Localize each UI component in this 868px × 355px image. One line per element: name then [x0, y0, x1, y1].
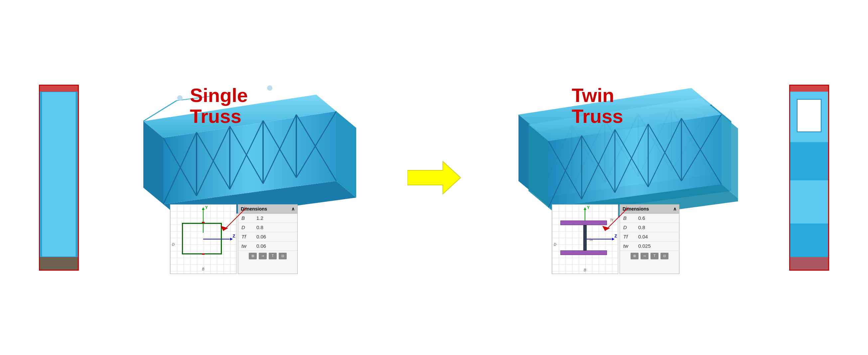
twin-label-line1: Twin	[572, 84, 614, 106]
single-truss-label: Single Truss	[190, 85, 248, 127]
single-truss-side-view	[39, 85, 79, 271]
svg-marker-2	[407, 162, 461, 194]
twin-side-lower-body	[790, 180, 828, 223]
side-view-body	[41, 92, 76, 257]
twin-truss-label: Twin Truss	[572, 85, 623, 127]
single-label-line2: Truss	[190, 105, 242, 127]
hanger-2	[267, 85, 272, 91]
svg-line-0	[223, 208, 246, 231]
side-view-bottom	[40, 257, 78, 270]
yellow-arrow-svg	[407, 159, 461, 196]
twin-side-mid	[790, 92, 828, 99]
twin-truss-3d	[512, 78, 738, 217]
twin-truss-area: Twin Truss	[512, 78, 738, 277]
red-arrow-twin	[512, 204, 738, 277]
twin-side-top	[790, 86, 828, 92]
twin-label-line2: Truss	[572, 105, 623, 127]
twin-truss-side-view	[789, 85, 829, 271]
direction-arrow	[407, 158, 461, 198]
twin-side-gap	[797, 99, 822, 132]
svg-line-13	[605, 208, 628, 231]
hanger-1	[177, 95, 183, 101]
single-label-line1: Single	[190, 84, 248, 106]
red-arrow-single	[130, 204, 356, 277]
twin-side-bottom	[790, 257, 828, 270]
single-truss-area: Single Truss	[130, 78, 356, 277]
main-container: Single Truss	[0, 0, 868, 355]
side-view-top-detail	[40, 86, 78, 92]
